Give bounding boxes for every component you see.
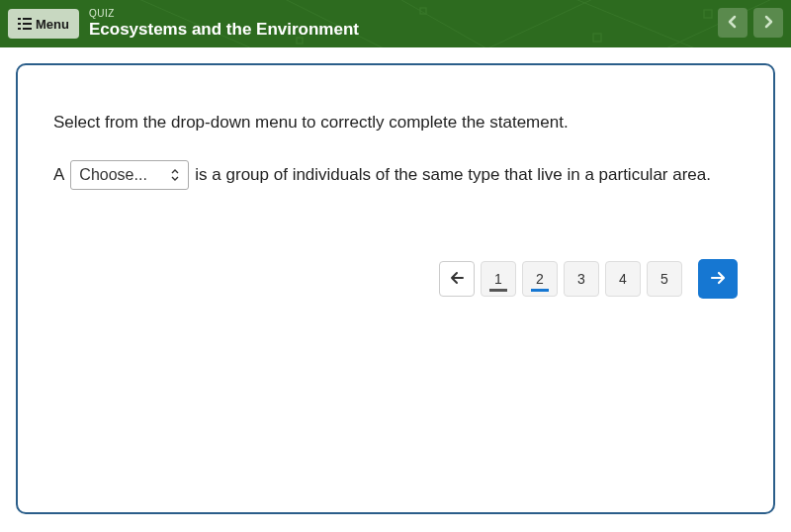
svg-line-4 — [554, 0, 722, 47]
statement: A Choose... is a group of individuals of… — [53, 160, 738, 190]
pager-item-label: 5 — [660, 271, 668, 287]
pager-item-label: 4 — [619, 271, 627, 287]
arrow-right-icon — [709, 271, 727, 288]
svg-rect-7 — [704, 10, 712, 18]
question-card: Select from the drop-down menu to correc… — [16, 63, 775, 514]
pager-item-5[interactable]: 5 — [647, 261, 682, 297]
menu-button[interactable]: Menu — [8, 9, 79, 39]
svg-rect-6 — [593, 34, 601, 42]
pager-underline — [656, 289, 673, 292]
pager-prev-button[interactable] — [439, 261, 475, 297]
pager-item-label: 1 — [494, 271, 502, 287]
quiz-label: QUIZ — [89, 8, 359, 19]
menu-label: Menu — [36, 17, 69, 32]
pager-next-button[interactable] — [698, 259, 738, 299]
pager-item-label: 2 — [536, 271, 544, 287]
chevron-right-icon — [761, 15, 775, 32]
header-nav — [718, 8, 783, 38]
select-caret-icon — [170, 168, 180, 182]
pager-underline — [489, 289, 507, 292]
svg-line-3 — [465, 0, 633, 47]
pager-underline — [531, 289, 549, 292]
pager-item-1[interactable]: 1 — [481, 261, 516, 297]
pager-item-4[interactable]: 4 — [605, 261, 641, 297]
statement-before: A — [53, 165, 64, 185]
instruction-text: Select from the drop-down menu to correc… — [53, 113, 738, 133]
svg-rect-15 — [23, 28, 32, 30]
svg-rect-11 — [23, 18, 32, 20]
answer-dropdown[interactable]: Choose... — [70, 160, 189, 190]
svg-rect-10 — [18, 18, 21, 20]
svg-rect-13 — [23, 23, 32, 25]
pager-underline — [572, 289, 590, 292]
arrow-left-icon — [449, 271, 465, 288]
chevron-left-icon — [726, 15, 740, 32]
statement-after: is a group of individuals of the same ty… — [195, 165, 711, 185]
app-header: Menu QUIZ Ecosystems and the Environment — [0, 0, 791, 47]
page-title: Ecosystems and the Environment — [89, 20, 359, 40]
pager-item-label: 3 — [577, 271, 585, 287]
svg-rect-12 — [18, 23, 21, 25]
svg-rect-8 — [420, 8, 426, 14]
next-page-button[interactable] — [753, 8, 783, 38]
pager-item-3[interactable]: 3 — [564, 261, 599, 297]
question-pager: 1 2 3 4 5 — [439, 259, 738, 299]
pager-item-2[interactable]: 2 — [522, 261, 558, 297]
prev-page-button[interactable] — [718, 8, 747, 38]
menu-icon — [18, 18, 32, 30]
title-block: QUIZ Ecosystems and the Environment — [89, 8, 359, 40]
pager-underline — [614, 289, 632, 292]
svg-rect-14 — [18, 28, 21, 30]
dropdown-value: Choose... — [79, 166, 146, 184]
svg-line-2 — [376, 0, 514, 47]
